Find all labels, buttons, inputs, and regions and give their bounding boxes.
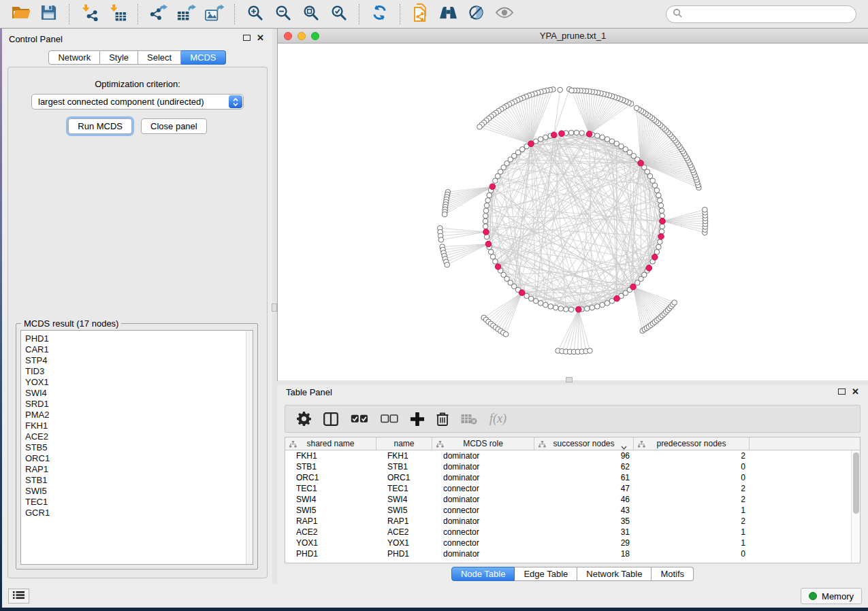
- mcds-result-item[interactable]: STB5: [21, 442, 253, 453]
- mcds-result-item[interactable]: SRD1: [21, 399, 253, 410]
- mcds-result-item[interactable]: ACE2: [21, 431, 253, 442]
- table-cell: 0: [634, 549, 750, 559]
- table-row[interactable]: SWI4SWI4dominator462: [285, 494, 860, 505]
- tab-select[interactable]: Select: [138, 50, 181, 65]
- mcds-result-item[interactable]: PMA2: [21, 410, 253, 420]
- column-header-successor-nodes[interactable]: successor nodes: [534, 437, 634, 450]
- network-column-icon: [638, 440, 645, 450]
- import-table-button[interactable]: [105, 3, 130, 26]
- zoom-in-button[interactable]: [242, 3, 268, 26]
- mcds-result-item[interactable]: PHD1: [21, 333, 253, 344]
- tab-network[interactable]: Network: [48, 50, 100, 65]
- table-row[interactable]: ORC1ORC1dominator610: [285, 472, 860, 483]
- zoom-selected-icon: [330, 4, 348, 24]
- settings-gear-icon[interactable]: [297, 412, 311, 426]
- close-panel-icon[interactable]: ✕: [852, 388, 859, 395]
- table-cell: 96: [534, 451, 634, 461]
- mcds-result-item[interactable]: ORC1: [21, 453, 253, 464]
- float-panel-icon[interactable]: [243, 35, 251, 41]
- table-row[interactable]: PHD1PHD1dominator180: [285, 548, 860, 559]
- column-label: MCDS role: [463, 439, 503, 448]
- search-field: [666, 5, 856, 23]
- optimization-criterion-select[interactable]: largest connected component (undirected): [31, 94, 244, 110]
- column-label: name: [393, 439, 414, 448]
- table-cell: connector: [432, 538, 534, 548]
- zoom-selected-button[interactable]: [326, 3, 351, 26]
- close-panel-icon[interactable]: ✕: [257, 34, 264, 42]
- mcds-result-item[interactable]: SWI4: [21, 388, 253, 399]
- float-panel-icon[interactable]: [838, 389, 846, 395]
- hide-graphics-details-button[interactable]: [464, 3, 489, 26]
- toolbar-separator: [359, 4, 359, 24]
- tab-node-table[interactable]: Node Table: [451, 567, 515, 581]
- table-row[interactable]: FKH1FKH1dominator962: [285, 450, 860, 461]
- network-canvas[interactable]: [278, 44, 868, 380]
- column-chooser-icon[interactable]: [323, 412, 338, 426]
- table-row[interactable]: YOX1YOX1connector291: [285, 538, 860, 548]
- vertical-splitter-handle[interactable]: [272, 303, 277, 312]
- mcds-result-item[interactable]: YOX1: [21, 377, 253, 388]
- import-network-button[interactable]: [77, 3, 102, 26]
- function-builder-icon[interactable]: f(x): [489, 412, 507, 426]
- refresh-button[interactable]: [367, 3, 392, 26]
- tab-network-table[interactable]: Network Table: [577, 567, 652, 581]
- column-header-name[interactable]: name: [376, 437, 432, 450]
- mcds-result-item[interactable]: TEC1: [21, 497, 253, 508]
- binoculars-button[interactable]: [436, 3, 461, 26]
- save-session-button[interactable]: [36, 3, 61, 26]
- column-header-predecessor-nodes[interactable]: predecessor nodes: [634, 437, 750, 450]
- list-scrollbar[interactable]: [246, 331, 253, 564]
- export-image-button[interactable]: [202, 3, 227, 26]
- import-table-icon: [108, 3, 127, 24]
- table-cell: YOX1: [285, 538, 376, 548]
- add-column-icon[interactable]: [411, 412, 424, 426]
- export-table-button[interactable]: [174, 3, 199, 26]
- mcds-result-item[interactable]: STP4: [21, 355, 253, 366]
- tab-mcds[interactable]: MCDS: [181, 50, 225, 65]
- clone-network-button[interactable]: [408, 3, 433, 26]
- column-header-shared-name[interactable]: shared name: [285, 437, 376, 450]
- column-header-MCDS-role[interactable]: MCDS role: [432, 437, 534, 450]
- table-cell: connector: [432, 506, 534, 515]
- horizontal-splitter-handle[interactable]: [566, 377, 573, 382]
- tab-edge-table[interactable]: Edge Table: [515, 567, 577, 581]
- table-row[interactable]: RAP1RAP1dominator352: [285, 516, 860, 527]
- mcds-result-item[interactable]: TID3: [21, 366, 253, 377]
- mcds-result-item[interactable]: STB1: [21, 475, 253, 486]
- export-network-button[interactable]: [146, 3, 171, 26]
- mcds-result-item[interactable]: FKH1: [21, 420, 253, 431]
- mcds-result-item[interactable]: CAR1: [21, 344, 253, 355]
- maximize-window-icon[interactable]: [311, 32, 319, 40]
- mcds-result-item[interactable]: GCR1: [21, 508, 253, 518]
- table-row[interactable]: ACE2ACE2connector311: [285, 527, 860, 538]
- delete-column-icon[interactable]: [436, 412, 449, 426]
- minimize-window-icon[interactable]: [298, 32, 306, 40]
- search-input[interactable]: [686, 7, 856, 21]
- table-scrollbar[interactable]: [851, 450, 860, 563]
- tab-motifs[interactable]: Motifs: [652, 567, 694, 581]
- zoom-out-button[interactable]: [270, 3, 295, 26]
- table-row[interactable]: STB1STB1dominator620: [285, 461, 860, 472]
- control-panel-tabs: NetworkStyleSelectMCDS: [2, 50, 272, 65]
- close-panel-button[interactable]: Close panel: [141, 118, 207, 134]
- deselect-all-icon[interactable]: [381, 414, 398, 423]
- mcds-result-item[interactable]: SWI5: [21, 486, 253, 497]
- close-window-icon[interactable]: [284, 32, 292, 40]
- show-graphics-details-button[interactable]: [492, 3, 517, 26]
- zoom-fit-button[interactable]: [298, 3, 323, 26]
- task-history-button[interactable]: [8, 589, 29, 604]
- run-mcds-button[interactable]: Run MCDS: [68, 118, 132, 134]
- table-cell: PHD1: [285, 549, 376, 559]
- table-cell: RAP1: [376, 516, 432, 526]
- table-row[interactable]: SWI5SWI5connector431: [285, 505, 860, 516]
- tab-style[interactable]: Style: [100, 50, 138, 65]
- table-row[interactable]: TEC1TEC1connector472: [285, 483, 860, 494]
- open-session-button[interactable]: [8, 3, 33, 26]
- table-scrollbar-thumb[interactable]: [853, 452, 859, 514]
- delete-table-icon[interactable]: [461, 414, 477, 425]
- select-all-icon[interactable]: [351, 414, 368, 423]
- mcds-result-item[interactable]: RAP1: [21, 464, 253, 475]
- memory-button[interactable]: Memory: [801, 588, 862, 604]
- table-cell: SWI5: [285, 506, 376, 515]
- network-window-titlebar[interactable]: YPA_prune.txt_1: [278, 29, 868, 44]
